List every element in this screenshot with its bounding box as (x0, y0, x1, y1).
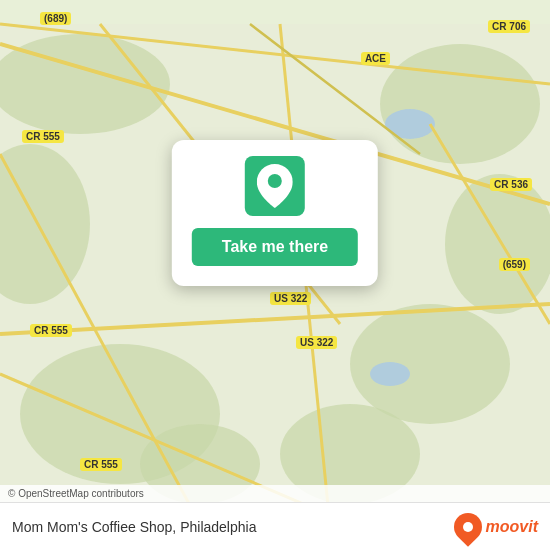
road-label-us322-2: US 322 (296, 336, 337, 349)
take-me-there-button[interactable]: Take me there (192, 228, 358, 266)
road-label-cr555-top: CR 555 (22, 130, 64, 143)
svg-point-2 (380, 44, 540, 164)
moovit-icon (448, 507, 488, 547)
road-label-ace: ACE (361, 52, 390, 65)
attribution-text: © OpenStreetMap contributors (8, 488, 144, 499)
svg-point-20 (268, 174, 282, 188)
action-card: Take me there (172, 140, 378, 286)
attribution-bar: © OpenStreetMap contributors (0, 485, 550, 502)
moovit-logo-text: moovit (486, 518, 538, 536)
road-label-cr536: CR 536 (490, 178, 532, 191)
moovit-logo: moovit (454, 513, 538, 541)
road-label-cr555-bot: CR 555 (80, 458, 122, 471)
road-label-659: (659) (499, 258, 530, 271)
svg-point-10 (370, 362, 410, 386)
location-pin-area (245, 156, 305, 216)
road-label-us322-1: US 322 (270, 292, 311, 305)
svg-point-6 (350, 304, 510, 424)
location-pin-icon (257, 164, 293, 208)
road-label-cr706: CR 706 (488, 20, 530, 33)
road-label-cr555-mid: CR 555 (30, 324, 72, 337)
bottom-bar: Mom Mom's Coffiee Shop, Philadelphia moo… (0, 502, 550, 550)
svg-point-4 (445, 174, 550, 314)
map-container: (689) ACE CR 706 CR 555 CR 536 US 322 US… (0, 0, 550, 550)
road-label-689: (689) (40, 12, 71, 25)
place-name: Mom Mom's Coffiee Shop, Philadelphia (12, 519, 454, 535)
